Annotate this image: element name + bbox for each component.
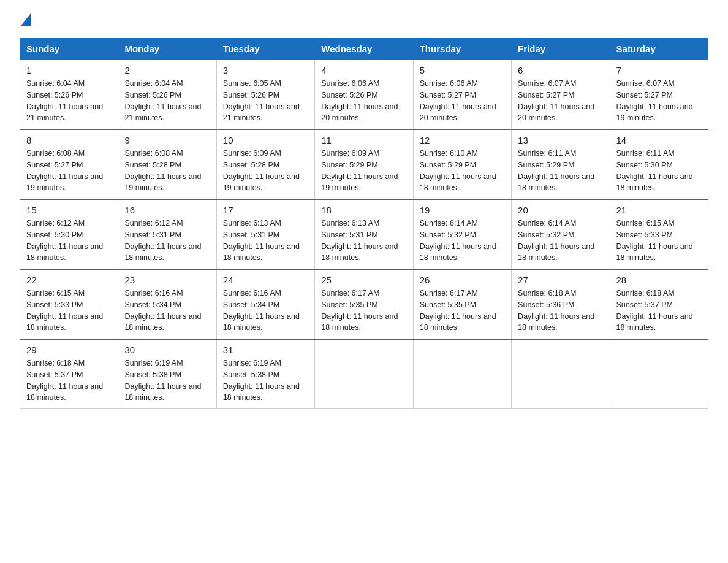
col-thursday: Thursday <box>413 39 511 60</box>
calendar-body: 1 Sunrise: 6:04 AM Sunset: 5:26 PM Dayli… <box>20 59 708 409</box>
day-number: 9 <box>124 135 210 145</box>
day-info: Sunrise: 6:13 AM Sunset: 5:31 PM Dayligh… <box>223 218 308 264</box>
day-cell: 3 Sunrise: 6:05 AM Sunset: 5:26 PM Dayli… <box>216 59 314 129</box>
day-info: Sunrise: 6:07 AM Sunset: 5:27 PM Dayligh… <box>616 78 702 124</box>
day-info: Sunrise: 6:04 AM Sunset: 5:26 PM Dayligh… <box>124 78 210 124</box>
day-info: Sunrise: 6:17 AM Sunset: 5:35 PM Dayligh… <box>420 288 505 334</box>
week-row-2: 8 Sunrise: 6:08 AM Sunset: 5:27 PM Dayli… <box>20 129 708 199</box>
day-info: Sunrise: 6:04 AM Sunset: 5:26 PM Dayligh… <box>26 78 112 124</box>
day-number: 16 <box>124 205 210 215</box>
day-number: 30 <box>124 345 210 355</box>
day-number: 15 <box>26 205 112 215</box>
day-number: 1 <box>26 65 112 75</box>
day-number: 10 <box>223 135 308 145</box>
day-cell: 28 Sunrise: 6:18 AM Sunset: 5:37 PM Dayl… <box>610 269 708 339</box>
day-cell <box>610 339 708 409</box>
day-info: Sunrise: 6:16 AM Sunset: 5:34 PM Dayligh… <box>124 288 210 334</box>
col-tuesday: Tuesday <box>216 39 314 60</box>
day-number: 23 <box>124 275 210 285</box>
day-cell: 16 Sunrise: 6:12 AM Sunset: 5:31 PM Dayl… <box>118 199 216 269</box>
day-info: Sunrise: 6:18 AM Sunset: 5:36 PM Dayligh… <box>518 288 603 334</box>
day-cell: 15 Sunrise: 6:12 AM Sunset: 5:30 PM Dayl… <box>20 199 118 269</box>
day-number: 18 <box>321 205 406 215</box>
day-info: Sunrise: 6:11 AM Sunset: 5:29 PM Dayligh… <box>518 148 603 194</box>
day-info: Sunrise: 6:08 AM Sunset: 5:27 PM Dayligh… <box>26 148 112 194</box>
day-number: 22 <box>26 275 112 285</box>
col-wednesday: Wednesday <box>315 39 413 60</box>
day-number: 29 <box>26 345 112 355</box>
day-number: 26 <box>420 275 505 285</box>
day-cell: 27 Sunrise: 6:18 AM Sunset: 5:36 PM Dayl… <box>512 269 610 339</box>
day-cell: 26 Sunrise: 6:17 AM Sunset: 5:35 PM Dayl… <box>413 269 511 339</box>
week-row-5: 29 Sunrise: 6:18 AM Sunset: 5:37 PM Dayl… <box>20 339 708 409</box>
day-info: Sunrise: 6:15 AM Sunset: 5:33 PM Dayligh… <box>616 218 702 264</box>
day-info: Sunrise: 6:09 AM Sunset: 5:28 PM Dayligh… <box>223 148 308 194</box>
day-number: 4 <box>321 65 406 75</box>
day-info: Sunrise: 6:18 AM Sunset: 5:37 PM Dayligh… <box>26 358 112 404</box>
week-row-1: 1 Sunrise: 6:04 AM Sunset: 5:26 PM Dayli… <box>20 59 708 129</box>
day-cell: 4 Sunrise: 6:06 AM Sunset: 5:26 PM Dayli… <box>315 59 413 129</box>
day-number: 2 <box>124 65 210 75</box>
day-cell: 8 Sunrise: 6:08 AM Sunset: 5:27 PM Dayli… <box>20 129 118 199</box>
header <box>20 15 708 27</box>
day-info: Sunrise: 6:05 AM Sunset: 5:26 PM Dayligh… <box>223 78 308 124</box>
day-number: 13 <box>518 135 603 145</box>
day-cell: 12 Sunrise: 6:10 AM Sunset: 5:29 PM Dayl… <box>413 129 511 199</box>
day-cell: 25 Sunrise: 6:17 AM Sunset: 5:35 PM Dayl… <box>315 269 413 339</box>
day-cell: 5 Sunrise: 6:06 AM Sunset: 5:27 PM Dayli… <box>413 59 511 129</box>
day-number: 21 <box>616 205 702 215</box>
day-info: Sunrise: 6:06 AM Sunset: 5:26 PM Dayligh… <box>321 78 406 124</box>
day-info: Sunrise: 6:12 AM Sunset: 5:30 PM Dayligh… <box>26 218 112 264</box>
day-number: 19 <box>420 205 505 215</box>
day-cell: 19 Sunrise: 6:14 AM Sunset: 5:32 PM Dayl… <box>413 199 511 269</box>
day-cell: 13 Sunrise: 6:11 AM Sunset: 5:29 PM Dayl… <box>512 129 610 199</box>
header-row: Sunday Monday Tuesday Wednesday Thursday… <box>20 39 708 60</box>
day-info: Sunrise: 6:12 AM Sunset: 5:31 PM Dayligh… <box>124 218 210 264</box>
day-info: Sunrise: 6:08 AM Sunset: 5:28 PM Dayligh… <box>124 148 210 194</box>
day-info: Sunrise: 6:11 AM Sunset: 5:30 PM Dayligh… <box>616 148 702 194</box>
day-number: 14 <box>616 135 702 145</box>
day-number: 6 <box>518 65 603 75</box>
day-cell: 17 Sunrise: 6:13 AM Sunset: 5:31 PM Dayl… <box>216 199 314 269</box>
day-number: 25 <box>321 275 406 285</box>
col-monday: Monday <box>118 39 216 60</box>
day-number: 17 <box>223 205 308 215</box>
logo <box>20 15 32 27</box>
day-cell: 21 Sunrise: 6:15 AM Sunset: 5:33 PM Dayl… <box>610 199 708 269</box>
week-row-3: 15 Sunrise: 6:12 AM Sunset: 5:30 PM Dayl… <box>20 199 708 269</box>
day-cell: 1 Sunrise: 6:04 AM Sunset: 5:26 PM Dayli… <box>20 59 118 129</box>
day-cell: 20 Sunrise: 6:14 AM Sunset: 5:32 PM Dayl… <box>512 199 610 269</box>
day-number: 12 <box>420 135 505 145</box>
day-info: Sunrise: 6:10 AM Sunset: 5:29 PM Dayligh… <box>420 148 505 194</box>
day-number: 28 <box>616 275 702 285</box>
col-sunday: Sunday <box>20 39 118 60</box>
day-info: Sunrise: 6:14 AM Sunset: 5:32 PM Dayligh… <box>420 218 505 264</box>
day-number: 24 <box>223 275 308 285</box>
day-info: Sunrise: 6:13 AM Sunset: 5:31 PM Dayligh… <box>321 218 406 264</box>
day-cell: 7 Sunrise: 6:07 AM Sunset: 5:27 PM Dayli… <box>610 59 708 129</box>
day-number: 20 <box>518 205 603 215</box>
day-cell <box>413 339 511 409</box>
day-cell: 9 Sunrise: 6:08 AM Sunset: 5:28 PM Dayli… <box>118 129 216 199</box>
day-number: 27 <box>518 275 603 285</box>
day-cell: 11 Sunrise: 6:09 AM Sunset: 5:29 PM Dayl… <box>315 129 413 199</box>
day-number: 11 <box>321 135 406 145</box>
col-saturday: Saturday <box>610 39 708 60</box>
day-cell: 24 Sunrise: 6:16 AM Sunset: 5:34 PM Dayl… <box>216 269 314 339</box>
day-cell: 23 Sunrise: 6:16 AM Sunset: 5:34 PM Dayl… <box>118 269 216 339</box>
day-info: Sunrise: 6:19 AM Sunset: 5:38 PM Dayligh… <box>223 358 308 404</box>
day-cell: 14 Sunrise: 6:11 AM Sunset: 5:30 PM Dayl… <box>610 129 708 199</box>
day-cell <box>512 339 610 409</box>
day-cell: 18 Sunrise: 6:13 AM Sunset: 5:31 PM Dayl… <box>315 199 413 269</box>
day-info: Sunrise: 6:15 AM Sunset: 5:33 PM Dayligh… <box>26 288 112 334</box>
day-number: 31 <box>223 345 308 355</box>
day-cell: 2 Sunrise: 6:04 AM Sunset: 5:26 PM Dayli… <box>118 59 216 129</box>
calendar-table: Sunday Monday Tuesday Wednesday Thursday… <box>20 38 708 409</box>
day-info: Sunrise: 6:09 AM Sunset: 5:29 PM Dayligh… <box>321 148 406 194</box>
day-cell: 10 Sunrise: 6:09 AM Sunset: 5:28 PM Dayl… <box>216 129 314 199</box>
week-row-4: 22 Sunrise: 6:15 AM Sunset: 5:33 PM Dayl… <box>20 269 708 339</box>
day-info: Sunrise: 6:16 AM Sunset: 5:34 PM Dayligh… <box>223 288 308 334</box>
day-info: Sunrise: 6:06 AM Sunset: 5:27 PM Dayligh… <box>420 78 505 124</box>
logo-area <box>20 15 32 27</box>
day-cell: 6 Sunrise: 6:07 AM Sunset: 5:27 PM Dayli… <box>512 59 610 129</box>
